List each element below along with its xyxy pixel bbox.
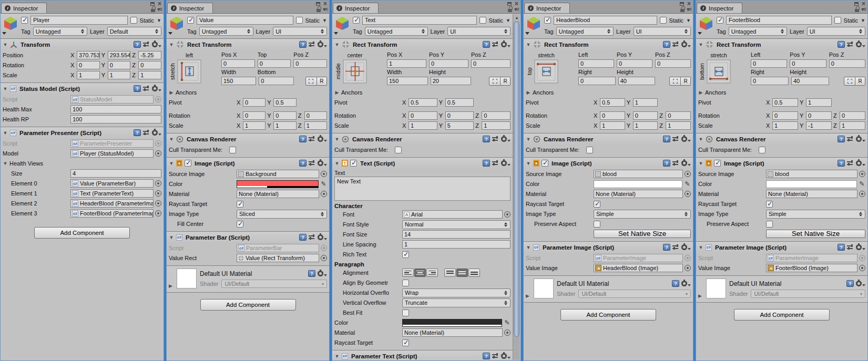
layer-dropdown[interactable]: UI [807,27,865,36]
tab-inspector[interactable]: iInspector [524,3,570,13]
position-y-field[interactable]: 293.554 [108,51,131,59]
gameobject-name-field[interactable]: Player [30,16,128,25]
component-enabled-checkbox[interactable] [350,160,357,167]
rotation-z-field[interactable]: 0 [482,111,510,120]
font-style-dropdown[interactable]: Normal [402,220,510,229]
foldout-icon[interactable]: ▼ [526,245,531,250]
presets-icon[interactable] [309,234,315,240]
health-rp-field[interactable]: 100 [70,115,161,123]
raycast-target-checkbox[interactable] [594,201,600,208]
rotation-y-field[interactable]: 0 [806,111,832,120]
help-icon[interactable]: ? [838,41,845,48]
presets-icon[interactable] [847,244,854,250]
foldout-icon[interactable]: ▶ [698,90,703,95]
rotation-z-field[interactable]: 0 [840,111,865,120]
scale-x-field[interactable]: 1 [243,121,265,130]
vertical-overflow-dropdown[interactable]: Truncate [402,298,510,307]
help-icon[interactable]: ? [663,136,670,142]
align-right-button[interactable] [426,269,438,277]
close-icon[interactable]: × [862,2,865,6]
scale-x-field[interactable]: 1 [409,121,437,130]
foldout-icon[interactable]: ▼ [698,137,703,142]
align-top-button[interactable] [444,269,456,277]
scale-z-field[interactable]: 1 [482,121,510,130]
rotation-z-field[interactable]: 0 [138,61,161,69]
rotation-y-field[interactable]: 0 [108,61,131,69]
rotation-y-field[interactable]: 0 [633,111,658,120]
image-type-dropdown[interactable]: Sliced [237,210,327,219]
element-3-field[interactable]: c#FooterBlood (ParameterImage) [70,209,154,218]
rotation-x-field[interactable]: 0 [243,111,265,120]
pivot-x-field[interactable]: 0 [243,98,265,107]
active-checkbox[interactable] [21,17,28,24]
object-picker-icon[interactable] [155,190,161,197]
scale-z-field[interactable]: 1 [304,121,327,130]
component-enabled-checkbox[interactable] [185,160,191,167]
object-picker-icon[interactable] [859,255,865,261]
top-field[interactable]: 0 [258,59,291,68]
pos-z-field[interactable]: 0 [471,59,510,68]
foldout-icon[interactable]: ▶ [526,90,531,95]
active-checkbox[interactable] [353,17,360,24]
help-icon[interactable]: ? [134,85,141,92]
help-icon[interactable]: ? [483,353,490,359]
object-picker-icon[interactable] [859,191,865,197]
layer-dropdown[interactable]: UI [273,27,327,36]
align-center-button[interactable] [414,269,426,277]
icon-dropdown-arrow[interactable] [334,32,338,35]
value-rect-field[interactable]: Value (Rect Transform) [237,254,319,262]
foldout-icon[interactable]: ▼ [334,354,340,359]
presets-icon[interactable] [672,42,679,47]
gear-icon[interactable] [152,130,161,136]
color-swatch[interactable] [766,180,857,188]
gameobject-name-field[interactable]: Value [197,16,293,25]
object-picker-icon[interactable] [685,191,691,197]
foldout-icon[interactable]: ▼ [3,86,8,91]
scrollbar-thumb[interactable] [514,22,519,337]
foldout-icon[interactable]: ▼ [526,161,531,166]
help-icon[interactable]: ? [134,129,141,136]
horizontal-overflow-dropdown[interactable]: Wrap [402,288,510,297]
text-value-textarea[interactable]: New Text [334,177,510,201]
tag-dropdown[interactable]: Untagged [556,27,614,36]
value-image-field[interactable]: FooterBlood (Image) [766,264,857,272]
cull-transparent-checkbox[interactable] [759,147,765,153]
pivot-y-field[interactable]: 1 [806,98,832,107]
value-image-field[interactable]: HeaderBlood (Image) [594,264,683,272]
presets-icon[interactable] [309,136,315,142]
blueprint-mode-button[interactable] [844,77,855,86]
blueprint-mode-button[interactable] [305,77,317,86]
raycast-target-checkbox[interactable] [402,339,409,346]
gear-icon[interactable] [501,160,510,166]
rotation-z-field[interactable]: 0 [666,111,691,120]
right-field[interactable]: 0 [578,77,616,85]
material-preview-thumbnail[interactable] [177,269,197,288]
align-left-button[interactable] [402,269,414,277]
tag-dropdown[interactable]: Untagged [729,27,787,36]
pivot-y-field[interactable]: 0.5 [445,98,474,107]
cull-transparent-checkbox[interactable] [229,147,236,153]
add-component-button[interactable]: Add Component [560,309,656,321]
gear-icon[interactable] [318,160,327,166]
position-x-field[interactable]: 370.753 [77,51,100,59]
rotation-y-field[interactable]: 0 [445,111,474,120]
scale-z-field[interactable]: 1 [666,121,691,130]
gear-icon[interactable] [501,353,510,359]
foldout-icon[interactable]: ▼ [334,137,340,142]
scale-x-field[interactable]: 1 [772,121,798,130]
presets-icon[interactable] [492,160,499,166]
help-icon[interactable]: ? [663,41,670,48]
width-field[interactable]: 150 [221,77,256,85]
gear-icon[interactable] [856,160,865,166]
static-checkbox[interactable] [479,17,486,24]
anchor-preset[interactable]: left stretch [169,51,218,87]
lock-icon[interactable] [316,9,321,12]
help-icon[interactable]: ? [299,136,307,142]
help-icon[interactable]: ? [846,280,854,287]
gameobject-name-field[interactable]: HeaderBlood [554,16,657,25]
image-type-dropdown[interactable]: Simple [594,210,691,219]
gear-icon[interactable] [318,234,327,240]
tag-dropdown[interactable]: Untagged [33,27,87,36]
gear-icon[interactable] [856,136,865,142]
anchor-preset[interactable]: stretch top [526,51,575,87]
